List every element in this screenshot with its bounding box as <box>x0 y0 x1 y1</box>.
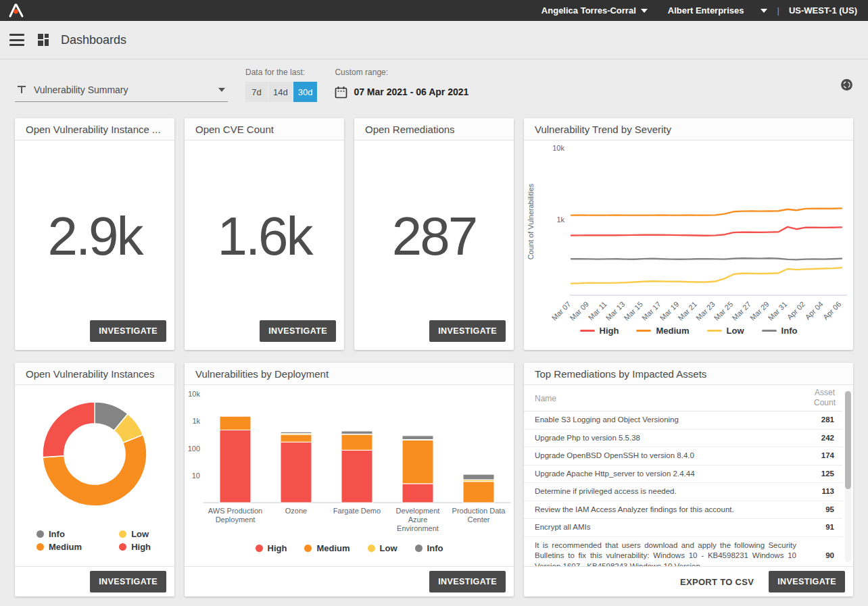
svg-text:10k: 10k <box>188 390 200 398</box>
bar-segment-medium <box>341 434 372 450</box>
page-title: Dashboards <box>61 33 126 47</box>
column-header-asset-count: Asset Count <box>807 385 842 411</box>
investigate-button[interactable]: INVESTIGATE <box>429 320 506 342</box>
legend-label: Medium <box>316 543 349 553</box>
card-title: Open Vulnerability Instances <box>15 363 174 385</box>
table-scrollbar[interactable] <box>845 390 851 562</box>
svg-text:Fargate Demo: Fargate Demo <box>333 507 381 515</box>
table-row[interactable]: Upgrade Apache Http_server to version 2.… <box>524 465 842 483</box>
legend-swatch-icon <box>304 545 312 552</box>
dashboard-content: Vulnerability Summary Data for the last:… <box>0 68 868 597</box>
bar-segment-medium <box>463 482 494 503</box>
svg-text:100: 100 <box>188 445 200 453</box>
scrollbar-thumb[interactable] <box>845 391 851 489</box>
legend-item-high[interactable]: High <box>580 326 619 336</box>
custom-range-filter: Custom range: 07 Mar 2021 - 06 Apr 2021 <box>335 68 468 102</box>
legend-item-medium[interactable]: Medium <box>636 326 689 336</box>
svg-text:1k: 1k <box>192 417 200 425</box>
table-row[interactable]: Encrypt all AMIs91 <box>524 519 842 537</box>
dashboard-select[interactable]: Vulnerability Summary <box>15 80 228 102</box>
legend-swatch-icon <box>707 330 722 332</box>
account-menu[interactable]: Albert Enterprises <box>668 5 768 16</box>
svg-text:Mar 07: Mar 07 <box>550 300 573 322</box>
card-open-cve-count: Open CVE Count 1.6k INVESTIGATE <box>185 118 344 350</box>
period-button-group: 7d14d30d <box>245 82 317 102</box>
alertlogic-logo-icon[interactable] <box>7 3 25 18</box>
svg-text:Mar 27: Mar 27 <box>730 300 752 322</box>
date-range-picker[interactable]: 07 Mar 2021 - 06 Apr 2021 <box>335 82 468 102</box>
investigate-button[interactable]: INVESTIGATE <box>90 320 166 342</box>
snapshot-aperture-icon[interactable] <box>840 78 853 91</box>
menu-icon[interactable] <box>8 33 26 47</box>
chevron-down-icon <box>761 9 767 13</box>
severity-donut-chart[interactable] <box>15 385 174 524</box>
export-to-csv-button[interactable]: EXPORT TO CSV <box>680 577 754 587</box>
svg-text:Deployment: Deployment <box>216 515 256 524</box>
remediation-name: Encrypt all AMIs <box>524 519 807 537</box>
legend-item-info[interactable]: Info <box>762 326 798 336</box>
remediations-table: Name Asset Count Enable S3 Logging and O… <box>524 385 842 566</box>
remediation-name: Review the IAM Access Analyzer findings … <box>524 501 807 519</box>
legend-item-medium[interactable]: Medium <box>37 542 82 552</box>
user-menu[interactable]: Angelica Torres-Corral <box>541 5 648 16</box>
trend-line-chart[interactable]: 10k1kCount of VulnerabilitiesMar 07Mar 0… <box>524 141 853 322</box>
period-30d-button[interactable]: 30d <box>293 82 318 102</box>
kpi-value: 287 <box>392 205 476 268</box>
table-row[interactable]: Determine if privileged access is needed… <box>524 483 842 501</box>
legend-item-high[interactable]: High <box>256 543 287 553</box>
donut-slice-high <box>43 402 95 457</box>
period-7d-button[interactable]: 7d <box>245 82 268 102</box>
legend-label: Info <box>781 326 798 336</box>
svg-text:Production Data: Production Data <box>452 507 506 515</box>
svg-text:Mar 19: Mar 19 <box>658 300 681 322</box>
legend-swatch-icon <box>368 545 375 552</box>
svg-text:Mar 13: Mar 13 <box>604 300 627 322</box>
svg-text:Mar 21: Mar 21 <box>676 300 698 322</box>
card-open-remediations: Open Remediations 287 INVESTIGATE <box>354 118 514 350</box>
period-label: Data for the last: <box>245 68 317 77</box>
card-row-2: Open Vulnerability Instances InfoMediumL… <box>15 363 853 597</box>
table-row[interactable]: Enable S3 Logging and Object Versioning2… <box>524 411 842 430</box>
deployment-stacked-bar-chart[interactable]: 10k1k10010AWS ProductionDeploymentOzoneF… <box>185 385 514 539</box>
table-row[interactable]: Review the IAM Access Analyzer findings … <box>524 501 842 519</box>
legend-label: High <box>268 543 287 553</box>
investigate-button[interactable]: INVESTIGATE <box>260 320 336 342</box>
table-row[interactable]: Upgrade OpenBSD OpenSSH to version 8.4.0… <box>524 447 842 465</box>
legend-item-low[interactable]: Low <box>368 543 397 553</box>
bar-segment-info <box>463 474 494 480</box>
trend-legend: HighMediumLowInfo <box>524 322 853 344</box>
dashboard-select-value: Vulnerability Summary <box>34 84 212 95</box>
period-14d-button[interactable]: 14d <box>268 82 293 102</box>
legend-item-medium[interactable]: Medium <box>304 543 349 553</box>
topbar: Angelica Torres-Corral Albert Enterprise… <box>0 0 868 21</box>
svg-text:Development: Development <box>396 507 440 515</box>
remediation-name: It is recommended that users download an… <box>524 536 807 566</box>
bar-segment-medium <box>281 434 312 442</box>
table-row[interactable]: It is recommended that users download an… <box>524 536 842 566</box>
legend-swatch-icon <box>580 330 595 332</box>
card-vulnerabilities-by-deployment: Vulnerabilities by Deployment 10k1k10010… <box>185 363 514 597</box>
dashboards-grid-icon[interactable] <box>38 34 50 46</box>
legend-item-info[interactable]: Info <box>37 529 82 539</box>
svg-text:Mar 17: Mar 17 <box>640 300 662 322</box>
region-selector[interactable]: US-WEST-1 (US) <box>789 5 857 16</box>
table-row[interactable]: Upgrade Php to version 5.5.38242 <box>524 429 842 447</box>
investigate-button[interactable]: INVESTIGATE <box>429 571 506 592</box>
investigate-button[interactable]: INVESTIGATE <box>90 571 166 592</box>
legend-item-low[interactable]: Low <box>119 529 151 539</box>
column-header-name: Name <box>524 385 807 411</box>
legend-item-high[interactable]: High <box>119 542 151 552</box>
legend-item-low[interactable]: Low <box>707 326 744 336</box>
svg-text:Mar 29: Mar 29 <box>748 300 771 322</box>
remediation-name: Upgrade Php to version 5.5.38 <box>524 429 807 447</box>
region-label: US-WEST-1 (US) <box>789 5 857 16</box>
filter-bar: Vulnerability Summary Data for the last:… <box>15 68 853 102</box>
legend-item-info[interactable]: Info <box>415 543 443 553</box>
legend-swatch-icon <box>636 330 651 332</box>
svg-text:Apr 04: Apr 04 <box>803 300 824 321</box>
bar-segment-medium <box>402 440 433 484</box>
custom-range-label: Custom range: <box>335 68 468 77</box>
investigate-button[interactable]: INVESTIGATE <box>769 571 845 592</box>
svg-text:Mar 31: Mar 31 <box>767 300 789 322</box>
calendar-icon <box>335 86 347 99</box>
